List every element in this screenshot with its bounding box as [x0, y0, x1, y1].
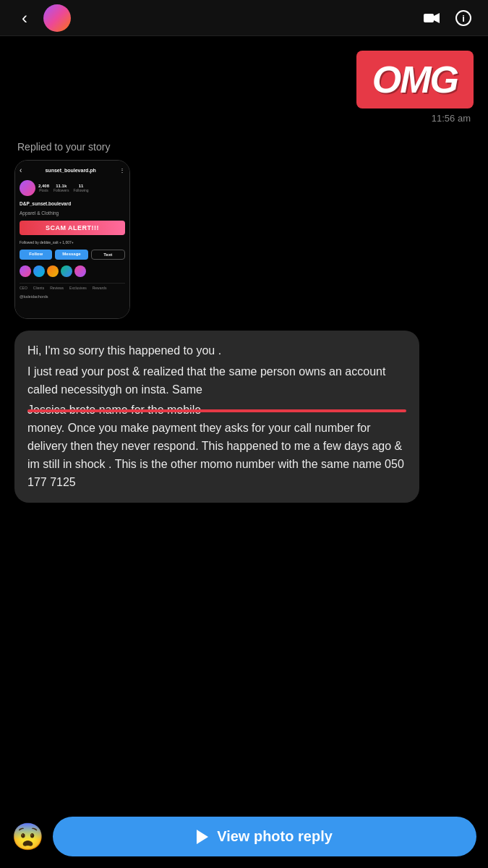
svg-marker-1 [434, 13, 440, 23]
story-mock-header: ‹ sunset_boulevard.ph ⋮ [20, 166, 125, 174]
message-text-line3: money. Once you make payment they asks f… [27, 420, 406, 491]
video-call-icon[interactable] [421, 8, 442, 28]
story-mock-followers: 11.1k Followers [53, 184, 69, 192]
omg-sticker-text: OMG [372, 59, 458, 101]
story-mock-nav: CEO Clients Reviews Exclusives Rewards [20, 283, 125, 290]
reply-section: Replied to your story ‹ sunset_boulevard… [14, 141, 474, 319]
page-wrapper: ‹ i OMG 11:56 am [0, 0, 488, 868]
omg-sticker: OMG [356, 51, 474, 109]
story-mock-display-name: D&P_sunset.boulevard [20, 200, 125, 207]
story-mock-sub-name: Apparel & Clothing [20, 210, 125, 216]
story-mock-posts: 2,408 Posts [38, 184, 49, 192]
replied-label: Replied to your story [17, 141, 110, 153]
story-mock-followed: Followed by debbie_xalt + 1,007+ [20, 239, 125, 245]
avatar[interactable] [43, 4, 71, 32]
highlighted-text: Jessica breto name for the mobile [27, 401, 406, 420]
message-text-line2: I just read your post & realized that th… [27, 363, 406, 399]
info-icon[interactable]: i [453, 8, 474, 28]
story-small-avatar-5 [74, 265, 86, 277]
story-small-avatar-4 [61, 265, 72, 277]
message-received-container: Hi, I'm so sorry this happened to you . … [14, 331, 474, 503]
emoji-reaction: 😨 [12, 822, 44, 852]
top-bar: ‹ i [0, 0, 488, 36]
message-bubble: Hi, I'm so sorry this happened to you . … [14, 331, 419, 503]
message-timestamp: 11:56 am [432, 113, 471, 124]
back-icon[interactable]: ‹ [14, 8, 35, 28]
view-photo-reply-button[interactable]: View photo reply [53, 817, 476, 856]
scam-alert-banner: SCAM ALERT!!! [20, 221, 125, 235]
view-photo-reply-label: View photo reply [217, 828, 333, 845]
story-message-btn[interactable]: Message [55, 250, 87, 260]
story-nav-clients: Clients [33, 286, 44, 290]
story-nav-rewards: Rewards [93, 286, 107, 290]
story-nav-exclusives: Exclusives [69, 286, 87, 290]
story-follow-btn[interactable]: Follow [20, 250, 52, 260]
story-mock-action-buttons: Follow Message Text [20, 250, 125, 260]
story-mock-avatar-row: 2,408 Posts 11.1k Followers 11 Following [20, 179, 125, 197]
svg-rect-0 [424, 14, 434, 22]
chat-area: OMG 11:56 am Replied to your story ‹ sun… [0, 36, 488, 517]
story-small-avatar-1 [20, 265, 31, 277]
play-icon [197, 830, 208, 844]
story-back-icon: ‹ [20, 166, 22, 174]
story-mock-username: sunset_boulevard.ph [25, 168, 116, 173]
top-bar-icons: i [421, 8, 474, 28]
story-nav-reviews: Reviews [50, 286, 64, 290]
top-bar-left: ‹ [14, 4, 71, 32]
story-text-btn[interactable]: Text [91, 250, 125, 260]
story-mock-menu-icon: ⋮ [119, 167, 125, 174]
story-preview-inner: ‹ sunset_boulevard.ph ⋮ 2,408 Posts [15, 161, 129, 318]
story-mock-avatar [20, 180, 35, 196]
story-post-label: @kaleidachords [20, 293, 125, 300]
story-mock-small-avatars [20, 264, 125, 278]
bottom-bar: 😨 View photo reply [0, 808, 488, 868]
message-text-highlighted: Jessica breto name for the mobile [27, 401, 406, 420]
message-text-line1: Hi, I'm so sorry this happened to you . [27, 342, 406, 360]
svg-text:i: i [462, 13, 465, 24]
story-small-avatar-3 [47, 265, 59, 277]
story-mock-stats: 2,408 Posts 11.1k Followers 11 Following [38, 184, 89, 192]
story-preview[interactable]: ‹ sunset_boulevard.ph ⋮ 2,408 Posts [14, 160, 130, 319]
story-small-avatar-2 [33, 265, 45, 277]
story-mock-following: 11 Following [73, 184, 88, 192]
story-nav-ceo: CEO [20, 286, 27, 290]
omg-sticker-container: OMG 11:56 am [14, 51, 474, 135]
